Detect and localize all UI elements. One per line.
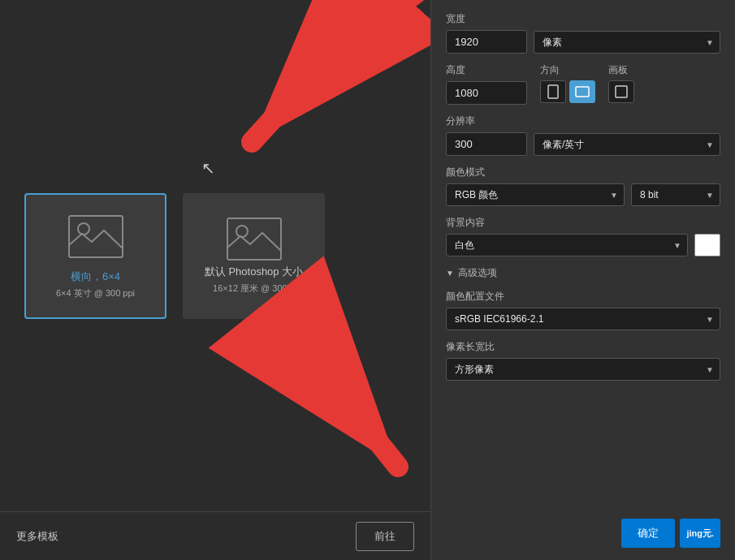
canvas-label: 画板 [608, 63, 634, 77]
bottom-bar: 更多模板 前往 [0, 511, 430, 560]
background-row: 白色 黑色 背景色 透明 [446, 234, 720, 256]
pixel-ratio-wrapper: 方形像素 D1/DV NTSC (0.91) D1/DV PAL (1.09) [446, 358, 720, 381]
color-profile-select[interactable]: sRGB IEC61966-2.1 Adobe RGB (1998) [446, 308, 720, 330]
templates-area: 横向，6×4 6×4 英寸 @ 300 ppi 默认 Photoshop 大小 … [0, 0, 430, 511]
color-mode-label: 颜色模式 [446, 166, 720, 179]
width-unit-wrapper: 像素 英寸 厘米 [534, 31, 720, 54]
template-card-2[interactable]: 默认 Photoshop 大小 16×12 厘米 @ 300 p [183, 193, 325, 319]
width-row: 像素 英寸 厘米 [446, 30, 720, 54]
height-orient-row: 高度 方向 画板 [446, 63, 720, 105]
pixel-ratio-group: 像素长宽比 方形像素 D1/DV NTSC (0.91) D1/DV PAL (… [446, 340, 720, 381]
canvas-group: 画板 [608, 63, 634, 103]
canvas-toggle-button[interactable] [608, 80, 634, 103]
background-label: 背景内容 [446, 216, 720, 230]
svg-rect-0 [69, 216, 123, 257]
color-mode-wrapper: RGB 颜色 CMYK 颜色 灰度 [446, 183, 625, 206]
height-input[interactable] [446, 81, 527, 105]
bit-depth-select[interactable]: 8 bit 16 bit 32 bit [631, 183, 720, 206]
canvas-buttons [608, 80, 634, 103]
background-swatch[interactable] [694, 234, 720, 256]
width-input[interactable] [446, 30, 527, 54]
right-panel: 宽度 像素 英寸 厘米 高度 方向 [430, 0, 735, 560]
bit-depth-wrapper: 8 bit 16 bit 32 bit [631, 183, 720, 206]
resolution-unit-select[interactable]: 像素/英寸 像素/厘米 [534, 133, 720, 156]
card-1-title: 横向，6×4 [71, 269, 120, 284]
width-group: 宽度 像素 英寸 厘米 [446, 12, 720, 54]
height-label: 高度 [446, 63, 527, 77]
width-label: 宽度 [446, 12, 720, 26]
height-group: 高度 [446, 63, 527, 105]
card-1-subtitle: 6×4 英寸 @ 300 ppi [56, 287, 135, 299]
advanced-label: 高级选项 [458, 266, 497, 280]
more-templates-text: 更多模板 [16, 529, 58, 544]
card-2-subtitle: 16×12 厘米 @ 300 p [213, 282, 295, 295]
orientation-label: 方向 [540, 63, 595, 77]
resolution-group: 分辨率 像素/英寸 像素/厘米 [446, 114, 720, 156]
landscape-button[interactable] [569, 80, 595, 103]
background-select[interactable]: 白色 黑色 背景色 透明 [446, 234, 688, 256]
confirm-area: 确定 jing元. [446, 519, 720, 548]
card-2-icon [226, 217, 283, 265]
color-mode-row: RGB 颜色 CMYK 颜色 灰度 8 bit 16 bit 32 bit [446, 183, 720, 206]
resolution-label: 分辨率 [446, 114, 720, 128]
resolution-input[interactable] [446, 132, 527, 156]
color-profile-group: 颜色配置文件 sRGB IEC61966-2.1 Adobe RGB (1998… [446, 290, 720, 330]
left-panel: 横向，6×4 6×4 英寸 @ 300 ppi 默认 Photoshop 大小 … [0, 0, 430, 560]
color-mode-select[interactable]: RGB 颜色 CMYK 颜色 灰度 [446, 183, 625, 206]
pixel-ratio-label: 像素长宽比 [446, 340, 720, 354]
color-profile-label: 颜色配置文件 [446, 290, 720, 304]
svg-rect-9 [616, 86, 627, 97]
background-wrapper: 白色 黑色 背景色 透明 [446, 234, 688, 256]
svg-point-1 [78, 223, 89, 235]
advanced-arrow-icon: ▼ [446, 269, 454, 278]
goto-button[interactable]: 前往 [356, 522, 414, 551]
resolution-row: 像素/英寸 像素/厘米 [446, 132, 720, 156]
svg-rect-7 [548, 85, 558, 98]
card-1-icon [63, 213, 128, 261]
portrait-button[interactable] [540, 80, 566, 103]
color-mode-group: 颜色模式 RGB 颜色 CMYK 颜色 灰度 8 bit 16 bit 32 b… [446, 166, 720, 206]
pixel-ratio-select[interactable]: 方形像素 D1/DV NTSC (0.91) D1/DV PAL (1.09) [446, 358, 720, 381]
card-2-title: 默认 Photoshop 大小 [205, 265, 303, 279]
cursor-indicator: ↖ [201, 158, 215, 178]
confirm-button[interactable]: 确定 [621, 519, 675, 548]
color-profile-wrapper: sRGB IEC61966-2.1 Adobe RGB (1998) [446, 308, 720, 330]
advanced-options-header[interactable]: ▼ 高级选项 [446, 266, 720, 280]
svg-point-3 [236, 226, 248, 237]
width-unit-select[interactable]: 像素 英寸 厘米 [534, 31, 720, 54]
svg-rect-2 [227, 218, 281, 260]
orientation-group: 方向 [540, 63, 595, 103]
template-card-1[interactable]: 横向，6×4 6×4 英寸 @ 300 ppi [24, 193, 166, 319]
svg-rect-8 [576, 87, 589, 97]
watermark: jing元. [680, 519, 720, 548]
background-group: 背景内容 白色 黑色 背景色 透明 [446, 216, 720, 256]
resolution-unit-wrapper: 像素/英寸 像素/厘米 [534, 133, 720, 156]
orientation-buttons [540, 80, 595, 103]
